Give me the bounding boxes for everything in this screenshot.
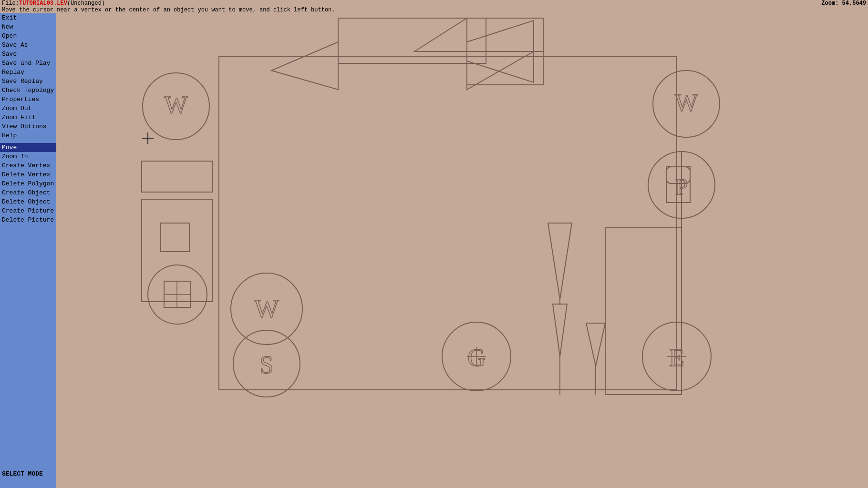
tool-create-vertex[interactable]: Create Vertex — [0, 161, 56, 170]
menu-help[interactable]: Help — [0, 131, 56, 140]
svg-text:W: W — [254, 294, 279, 323]
svg-marker-2 — [271, 42, 338, 90]
title-bar: File: TUTORIAL03.LEV (Unchanged) Zoom: 5… — [0, 0, 868, 7]
menu-save-and-play[interactable]: Save and Play — [0, 59, 56, 68]
tool-delete-object[interactable]: Delete Object — [0, 197, 56, 206]
tool-create-object[interactable]: Create Object — [0, 188, 56, 197]
svg-rect-17 — [142, 161, 212, 192]
select-mode-label: SELECT MODE — [0, 468, 56, 478]
menu-zoom-fill[interactable]: Zoom Fill — [0, 113, 56, 122]
menu-save[interactable]: Save — [0, 50, 56, 59]
sidebar-spacer — [0, 224, 56, 468]
svg-marker-32 — [586, 323, 605, 366]
menu-open[interactable]: Open — [0, 31, 56, 41]
menu-replay[interactable]: Replay — [0, 68, 56, 77]
status-bar: Move the cursor near a vertex or the cen… — [0, 7, 868, 13]
canvas-area: .shape { fill: none; stroke: #7a5c52; st… — [56, 13, 868, 488]
menu-save-as[interactable]: Save As — [0, 41, 56, 50]
tool-move[interactable]: Move — [0, 143, 56, 152]
svg-rect-19 — [161, 223, 189, 252]
filename: TUTORIAL03.LEV — [19, 0, 67, 7]
svg-rect-0 — [219, 56, 677, 390]
tool-delete-picture[interactable]: Delete Picture — [0, 215, 56, 224]
level-editor-canvas: .shape { fill: none; stroke: #7a5c52; st… — [56, 13, 868, 488]
title-status: (Unchanged) — [67, 0, 105, 7]
status-message: Move the cursor near a vertex or the cen… — [2, 7, 335, 13]
menu-new[interactable]: New — [0, 22, 56, 31]
menu-check-topology[interactable]: Check Topology — [0, 86, 56, 95]
menu-zoom-out[interactable]: Zoom Out — [0, 104, 56, 113]
tool-create-picture[interactable]: Create Picture — [0, 206, 56, 215]
svg-text:W: W — [164, 92, 187, 119]
title-prefix: File: — [2, 0, 19, 7]
svg-marker-3 — [414, 18, 534, 90]
menu-properties[interactable]: Properties — [0, 95, 56, 104]
sidebar: Exit New Open Save As Save Save and Play… — [0, 13, 56, 488]
menu-view-options[interactable]: View Options — [0, 122, 56, 131]
svg-marker-28 — [548, 223, 572, 299]
zoom-display: Zoom: 54.5649 — [821, 0, 866, 7]
sidebar-bottom — [0, 478, 56, 488]
tool-zoom-in[interactable]: Zoom In — [0, 152, 56, 161]
svg-text:W: W — [674, 89, 698, 116]
menu-save-replay[interactable]: Save Replay — [0, 77, 56, 86]
tool-delete-vertex[interactable]: Delete Vertex — [0, 170, 56, 179]
menu-exit[interactable]: Exit — [0, 13, 56, 22]
svg-marker-29 — [553, 304, 567, 356]
svg-text:S: S — [260, 351, 274, 378]
tool-delete-polygon[interactable]: Delete Polygon — [0, 179, 56, 188]
